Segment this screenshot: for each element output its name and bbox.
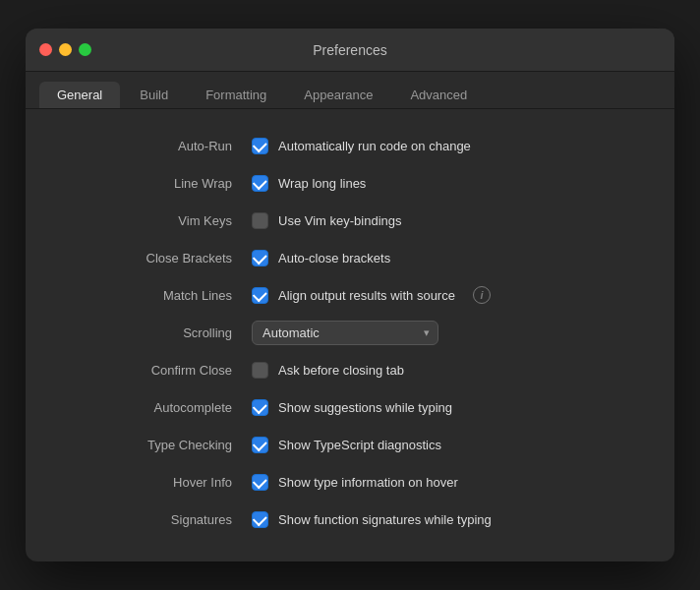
preferences-window: Preferences GeneralBuildFormattingAppear… <box>26 29 674 561</box>
row-control-1: Wrap long lines <box>252 175 645 192</box>
checkbox-line-wrap[interactable] <box>252 175 268 192</box>
checkbox-label-2: Use Vim key-bindings <box>278 213 401 228</box>
row-vim-keys: Vim KeysUse Vim key-bindings <box>55 202 645 239</box>
close-button[interactable] <box>39 43 52 56</box>
checkbox-label-0: Automatically run code on change <box>278 139 471 153</box>
row-confirm-close: Confirm CloseAsk before closing tab <box>55 351 645 388</box>
info-icon-4[interactable]: i <box>473 286 491 304</box>
row-label-3: Close Brackets <box>55 251 252 266</box>
row-label-5: Scrolling <box>55 325 252 340</box>
select-scrolling[interactable]: AutomaticAlwaysNever <box>252 321 438 345</box>
tab-bar: GeneralBuildFormattingAppearanceAdvanced <box>26 72 674 109</box>
row-control-8: Show TypeScript diagnostics <box>252 437 645 453</box>
row-hover-info: Hover InfoShow type information on hover <box>55 463 645 501</box>
row-line-wrap: Line WrapWrap long lines <box>55 164 645 202</box>
row-label-8: Type Checking <box>55 438 252 452</box>
tab-formatting[interactable]: Formatting <box>188 82 284 108</box>
row-type-checking: Type CheckingShow TypeScript diagnostics <box>55 426 645 463</box>
checkbox-label-1: Wrap long lines <box>278 176 366 191</box>
row-control-7: Show suggestions while typing <box>252 399 645 416</box>
checkbox-auto-run[interactable] <box>252 138 268 154</box>
row-label-9: Hover Info <box>55 475 252 490</box>
row-control-2: Use Vim key-bindings <box>252 212 645 229</box>
checkbox-type-checking[interactable] <box>252 437 268 453</box>
row-control-5: AutomaticAlwaysNever▾ <box>252 321 645 345</box>
maximize-button[interactable] <box>79 43 91 56</box>
tab-appearance[interactable]: Appearance <box>286 82 390 108</box>
checkbox-vim-keys[interactable] <box>252 212 268 229</box>
checkbox-hover-info[interactable] <box>252 474 268 491</box>
row-match-lines: Match LinesAlign output results with sou… <box>55 276 645 314</box>
checkbox-autocomplete[interactable] <box>252 399 268 416</box>
checkbox-close-brackets[interactable] <box>252 250 268 266</box>
row-control-6: Ask before closing tab <box>252 362 645 379</box>
row-control-9: Show type information on hover <box>252 474 645 491</box>
checkbox-label-4: Align output results with source <box>278 288 455 303</box>
checkbox-label-6: Ask before closing tab <box>278 363 404 378</box>
tab-general[interactable]: General <box>39 82 120 108</box>
select-wrapper-5: AutomaticAlwaysNever▾ <box>252 321 438 345</box>
row-label-2: Vim Keys <box>55 213 252 228</box>
tab-build[interactable]: Build <box>122 82 186 108</box>
row-label-7: Autocomplete <box>55 400 252 415</box>
tab-advanced[interactable]: Advanced <box>392 82 485 108</box>
checkbox-match-lines[interactable] <box>252 287 268 304</box>
row-control-3: Auto-close brackets <box>252 250 645 266</box>
row-scrolling: ScrollingAutomaticAlwaysNever▾ <box>55 314 645 351</box>
row-close-brackets: Close BracketsAuto-close brackets <box>55 239 645 276</box>
checkbox-label-9: Show type information on hover <box>278 475 458 490</box>
checkbox-label-7: Show suggestions while typing <box>278 400 452 415</box>
content-area: Auto-RunAutomatically run code on change… <box>26 109 674 561</box>
row-autocomplete: AutocompleteShow suggestions while typin… <box>55 388 645 426</box>
titlebar: Preferences <box>26 29 674 72</box>
row-control-0: Automatically run code on change <box>252 138 645 154</box>
checkbox-signatures[interactable] <box>252 511 268 528</box>
row-label-0: Auto-Run <box>55 139 252 153</box>
row-signatures: SignaturesShow function signatures while… <box>55 501 645 538</box>
checkbox-confirm-close[interactable] <box>252 362 268 379</box>
row-label-4: Match Lines <box>55 288 252 303</box>
row-auto-run: Auto-RunAutomatically run code on change <box>55 127 645 164</box>
row-control-4: Align output results with sourcei <box>252 286 645 304</box>
row-label-1: Line Wrap <box>55 176 252 191</box>
checkbox-label-8: Show TypeScript diagnostics <box>278 438 441 452</box>
checkbox-label-3: Auto-close brackets <box>278 251 390 266</box>
row-label-10: Signatures <box>55 512 252 527</box>
row-control-10: Show function signatures while typing <box>252 511 645 528</box>
traffic-lights <box>39 43 91 56</box>
window-title: Preferences <box>313 42 386 58</box>
checkbox-label-10: Show function signatures while typing <box>278 512 492 527</box>
minimize-button[interactable] <box>59 43 72 56</box>
row-label-6: Confirm Close <box>55 363 252 378</box>
